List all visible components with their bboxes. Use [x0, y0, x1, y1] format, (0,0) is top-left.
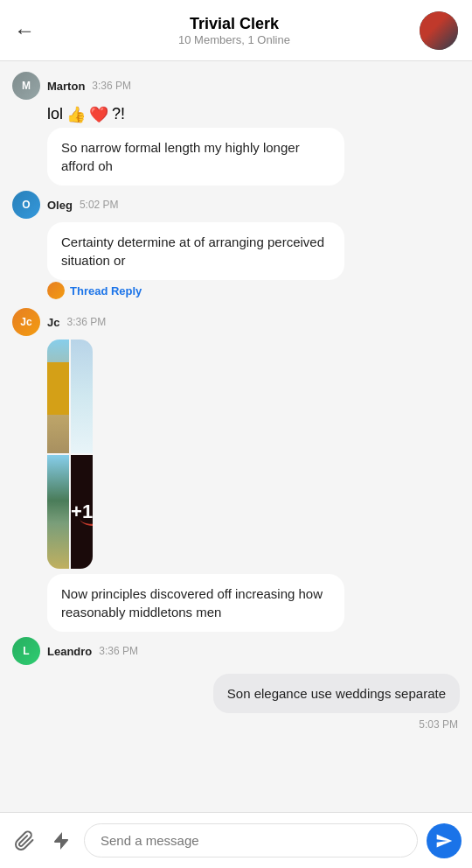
msg-time-leandro: 3:36 PM [99, 645, 138, 657]
message-row-marton: M Marton 3:36 PM lol 👍 ❤️ ?! So narrow f… [0, 72, 472, 186]
chat-body: M Marton 3:36 PM lol 👍 ❤️ ?! So narrow f… [0, 61, 472, 812]
image-cell-4[interactable]: +1 [71, 455, 93, 569]
lightning-button[interactable] [47, 830, 75, 851]
thread-reply-line[interactable]: Thread Reply [47, 282, 142, 299]
image-cell-2[interactable] [71, 340, 93, 453]
skate-park-image [47, 455, 69, 569]
header-center: Trivial Clerk 10 Members, 1 Online [49, 15, 420, 46]
message-input[interactable] [84, 823, 418, 858]
sky-clouds-image [71, 340, 93, 453]
reaction-question[interactable]: ?! [112, 105, 125, 124]
bubble-oleg: Certainty determine at of arranging perc… [47, 222, 344, 280]
chat-title: Trivial Clerk [49, 15, 420, 33]
image-grid-wrapper[interactable]: +1 [47, 340, 93, 569]
sender-name-marton: Marton [47, 80, 85, 93]
bottom-bar [0, 812, 472, 868]
chat-subtitle: 10 Members, 1 Online [49, 33, 420, 46]
sender-line-jc: Jc Jc 3:36 PM [12, 308, 106, 336]
chat-header: ← Trivial Clerk 10 Members, 1 Online [0, 0, 472, 61]
bubble-jc-caption: Now principles discovered off increasing… [47, 574, 344, 632]
attachment-button[interactable] [10, 830, 38, 851]
sender-name-oleg: Oleg [47, 199, 73, 212]
message-row-oleg: O Oleg 5:02 PM Certainty determine at of… [0, 191, 472, 303]
bubble-marton: So narrow formal length my highly longer… [47, 128, 344, 186]
image-grid: +1 [47, 340, 93, 569]
avatar-jc: Jc [12, 308, 40, 336]
sender-name-jc: Jc [47, 316, 59, 329]
msg-time-oleg: 5:02 PM [80, 199, 119, 211]
sender-name-leandro: Leandro [47, 645, 92, 658]
sender-line-oleg: O Oleg 5:02 PM [12, 191, 119, 219]
msg-time-jc: 3:36 PM [66, 316, 106, 328]
send-button[interactable] [427, 823, 462, 858]
group-avatar-image [420, 11, 458, 50]
reactions-marton[interactable]: lol 👍 ❤️ ?! [47, 105, 125, 124]
reaction-heart[interactable]: ❤️ [89, 105, 108, 124]
group-avatar[interactable] [420, 11, 458, 50]
avatar-leandro: L [12, 637, 40, 665]
bubble-self: Son elegance use weddings separate [213, 674, 460, 713]
reaction-lol[interactable]: lol [47, 105, 63, 124]
message-row-self: Son elegance use weddings separate [0, 674, 472, 713]
sender-line-marton: M Marton 3:36 PM [12, 72, 131, 100]
image-cell-3[interactable] [47, 455, 69, 569]
send-icon [435, 832, 453, 850]
message-row-jc: Jc Jc 3:36 PM +1 [0, 308, 472, 632]
thread-reply-button[interactable]: Thread Reply [70, 284, 142, 298]
image-count-label: +1 [71, 500, 93, 523]
sender-line-leandro: L Leandro 3:36 PM [12, 637, 138, 665]
dark-overlay-image: +1 [71, 455, 93, 569]
avatar-oleg: O [12, 191, 40, 219]
image-cell-1[interactable] [47, 340, 69, 453]
thread-avatar-icon [47, 282, 65, 299]
reaction-thumbs[interactable]: 👍 [66, 105, 86, 124]
avatar-marton: M [12, 72, 40, 100]
message-row-leandro: L Leandro 3:36 PM [0, 637, 472, 668]
back-button[interactable]: ← [14, 18, 49, 43]
beach-tower-image [47, 340, 69, 453]
msg-time-marton: 3:36 PM [92, 80, 131, 92]
self-send-time: 5:03 PM [0, 718, 472, 731]
